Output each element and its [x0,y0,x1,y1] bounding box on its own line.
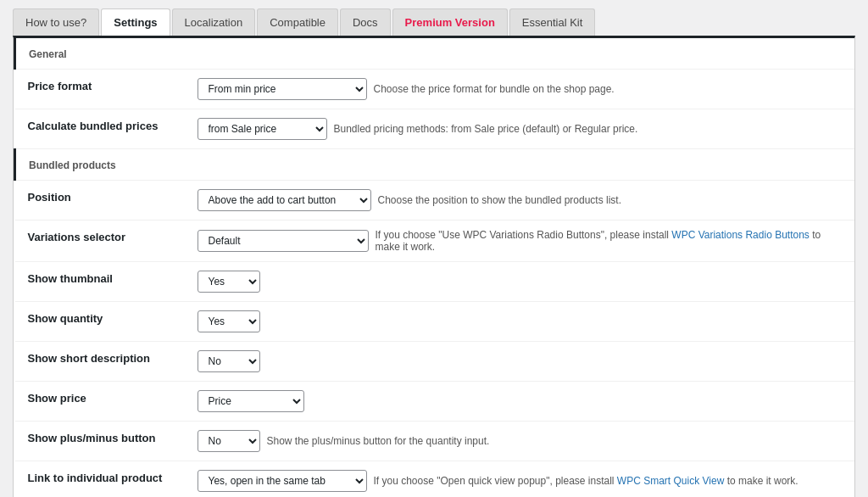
price-format-row: Price format From min price From max pri… [15,70,855,109]
variations-selector-select[interactable]: Default WPC Variations Radio Buttons [198,230,369,252]
show-plus-minus-control: No Yes Show the plus/minus button for th… [198,430,843,452]
show-thumbnail-row: Show thumbnail Yes No [15,262,855,302]
position-row: Position Above the add to cart button Be… [15,181,855,221]
page-wrapper: How to use? Settings Localization Compat… [0,0,868,497]
price-format-description: Choose the price format for bundle on th… [374,83,615,95]
show-short-description-row: Show short description No Yes [15,342,855,382]
link-individual-product-control: Yes, open in the same tab Yes, open in a… [198,470,843,492]
tab-compatible[interactable]: Compatible [257,8,338,36]
price-format-control: From min price From max price Min - Max … [198,78,843,100]
show-plus-minus-row: Show plus/minus button No Yes Show the p… [15,422,855,461]
show-price-row: Show price Price No Regular price Sale p… [15,382,855,422]
calculate-bundled-prices-row: Calculate bundled prices from Sale price… [15,109,855,149]
settings-table: General Price format From min price From… [14,38,854,497]
tab-settings[interactable]: Settings [101,8,170,36]
variations-selector-description: If you choose "Use WPC Variations Radio … [376,229,843,253]
position-description: Choose the position to show the bundled … [378,194,622,206]
tab-docs[interactable]: Docs [340,8,391,36]
tab-premium-version[interactable]: Premium Version [392,8,508,36]
show-quantity-select[interactable]: Yes No [198,310,260,332]
show-short-description-label: Show short description [15,342,185,382]
tab-how-to-use[interactable]: How to use? [13,8,99,36]
general-section-header: General [15,38,855,70]
calculate-bundled-prices-select[interactable]: from Sale price from Regular price [198,118,327,140]
show-plus-minus-select[interactable]: No Yes [198,430,260,452]
link-individual-product-label: Link to individual product [15,461,185,498]
variations-selector-desc-before: If you choose "Use WPC Variations Radio … [376,229,672,241]
calculate-bundled-prices-control: from Sale price from Regular price Bundl… [198,118,843,140]
bundled-products-section-label: Bundled products [29,159,116,171]
position-select[interactable]: Above the add to cart button Below the a… [198,189,371,211]
general-section-label: General [29,48,67,60]
show-thumbnail-select[interactable]: Yes No [198,271,260,293]
price-format-select[interactable]: From min price From max price Min - Max … [198,78,367,100]
link-individual-desc-after: to make it work. [724,475,798,487]
settings-panel: General Price format From min price From… [13,36,855,497]
link-individual-product-select[interactable]: Yes, open in the same tab Yes, open in a… [198,470,367,492]
price-format-label: Price format [15,70,185,109]
calculate-bundled-prices-description: Bundled pricing methods: from Sale price… [334,123,638,135]
position-control: Above the add to cart button Below the a… [198,189,843,211]
tabs-bar: How to use? Settings Localization Compat… [13,8,855,36]
show-price-select[interactable]: Price No Regular price Sale price [198,390,304,412]
variations-selector-control: Default WPC Variations Radio Buttons If … [198,229,843,253]
tab-essential-kit[interactable]: Essential Kit [509,8,596,36]
show-plus-minus-label: Show plus/minus button [15,422,185,461]
calculate-bundled-prices-label: Calculate bundled prices [15,109,185,149]
bundled-products-section-header: Bundled products [15,149,855,181]
tab-localization[interactable]: Localization [172,8,256,36]
show-quantity-row: Show quantity Yes No [15,302,855,342]
show-short-description-select[interactable]: No Yes [198,350,260,372]
wpc-variations-radio-buttons-link[interactable]: WPC Variations Radio Buttons [671,229,810,241]
show-price-label: Show price [15,382,185,422]
show-plus-minus-description: Show the plus/minus button for the quant… [267,435,490,447]
link-individual-product-description: If you choose "Open quick view popup", p… [374,475,798,487]
variations-selector-label: Variations selector [15,221,185,262]
link-individual-product-row: Link to individual product Yes, open in … [15,461,855,498]
show-thumbnail-label: Show thumbnail [15,262,185,302]
wpc-smart-quick-view-link[interactable]: WPC Smart Quick View [617,475,724,487]
variations-selector-row: Variations selector Default WPC Variatio… [15,221,855,262]
position-label: Position [15,181,185,221]
link-individual-desc-before: If you choose "Open quick view popup", p… [374,475,617,487]
show-quantity-label: Show quantity [15,302,185,342]
